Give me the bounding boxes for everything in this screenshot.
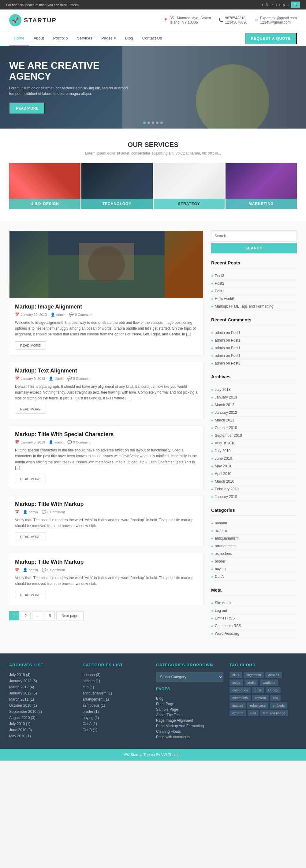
list-item[interactable]: January 2012 xyxy=(211,409,297,416)
recent-post-link[interactable]: Post3 xyxy=(215,274,224,278)
list-item[interactable]: June 2010 xyxy=(211,455,297,462)
list-item[interactable]: Entries RSS xyxy=(211,615,297,622)
recent-post-link[interactable]: Post2 xyxy=(215,281,224,285)
next-page-button[interactable]: Next page xyxy=(56,611,84,620)
tag-codex[interactable]: Codex xyxy=(266,687,281,693)
tag-8bit[interactable]: 8BIT xyxy=(230,672,242,678)
music-icon[interactable]: ♪ xyxy=(287,3,289,7)
list-item[interactable]: July 2010 (1) xyxy=(9,721,76,727)
tag-categories[interactable]: categories xyxy=(230,687,251,693)
list-item[interactable]: August 2010 xyxy=(211,439,297,447)
hero-dot-1[interactable] xyxy=(143,122,146,124)
nav-blog[interactable]: Blog xyxy=(121,31,138,45)
tag-featured-image[interactable]: featured image xyxy=(260,710,288,716)
tag-alignment[interactable]: alignment xyxy=(244,672,264,678)
list-item[interactable]: January 2013 (5) xyxy=(9,678,76,684)
list-item[interactable]: July 2018 xyxy=(211,386,297,394)
list-item[interactable]: April 2010 xyxy=(211,470,297,478)
list-item[interactable]: asmodeus xyxy=(211,550,297,558)
tag-excerpt[interactable]: excerpt xyxy=(230,710,246,716)
list-item[interactable]: October 2010 xyxy=(211,424,297,432)
hero-dot-3[interactable] xyxy=(152,122,154,124)
list-item[interactable]: Log out xyxy=(211,607,297,615)
list-item[interactable]: Sample Page xyxy=(156,707,223,712)
list-item[interactable]: WordPress.org xyxy=(211,630,297,638)
service-card-strategy[interactable]: STRATEGY xyxy=(154,163,225,209)
list-item[interactable]: arrangement xyxy=(211,542,297,550)
recent-post-link[interactable]: Hello world! xyxy=(215,297,234,301)
list-item[interactable]: Post3 xyxy=(211,272,297,280)
list-item[interactable]: Front Page xyxy=(156,701,223,707)
list-item[interactable]: asmodeus (1) xyxy=(83,703,150,709)
list-item[interactable]: October 2010 (1) xyxy=(9,703,76,709)
list-item[interactable]: Cat A (1) xyxy=(83,721,150,727)
hero-dot-2[interactable] xyxy=(148,122,150,124)
list-item[interactable]: Comments RSS xyxy=(211,622,297,630)
list-item[interactable]: Hello world! xyxy=(211,295,297,303)
categories-dropdown[interactable]: Select Category xyxy=(156,672,223,682)
list-item[interactable]: March 2011 (1) xyxy=(9,696,76,703)
logo[interactable]: 🚀 STARTUP xyxy=(9,14,57,26)
read-more-button-2[interactable]: READ MORE xyxy=(15,405,46,413)
nav-about[interactable]: About xyxy=(29,31,49,45)
tag-aside[interactable]: aside xyxy=(230,679,243,686)
nav-contact[interactable]: Contact Us xyxy=(138,31,166,45)
list-item[interactable]: buying xyxy=(211,565,297,573)
list-item[interactable]: antiquarianism xyxy=(211,535,297,542)
tag-content[interactable]: content xyxy=(252,695,269,701)
list-item[interactable]: Clearing Floats xyxy=(156,729,223,734)
list-item[interactable]: August 2010 (3) xyxy=(9,715,76,721)
list-item[interactable]: Page with comments xyxy=(156,734,223,740)
tag-dowork[interactable]: dowork xyxy=(230,703,246,709)
list-item[interactable]: broder (1) xyxy=(83,709,150,715)
list-item[interactable]: July 2010 xyxy=(211,447,297,455)
service-card-uiux[interactable]: UI/UX DESIGN xyxy=(9,163,81,209)
list-item[interactable]: March 2010 xyxy=(211,478,297,486)
list-item[interactable]: sub (1) xyxy=(83,684,150,690)
list-item[interactable]: Cat A xyxy=(211,573,297,581)
list-item[interactable]: September 2010 (2) xyxy=(9,709,76,715)
list-item[interactable]: aciform (1) xyxy=(83,678,150,684)
list-item[interactable]: March 2012 (4) xyxy=(9,684,76,690)
hero-dot-5[interactable] xyxy=(160,122,163,124)
list-item[interactable]: aaaaaa (3) xyxy=(83,672,150,678)
googleplus-icon[interactable]: G+ xyxy=(276,3,280,7)
tag-edge-case[interactable]: edge case xyxy=(247,703,268,709)
list-item[interactable]: June 2010 (3) xyxy=(9,727,76,733)
list-item[interactable]: September 2010 xyxy=(211,432,297,439)
nav-home[interactable]: Home xyxy=(9,31,29,45)
page-1-button[interactable]: 1 xyxy=(9,611,19,620)
list-item[interactable]: March 2012 xyxy=(211,401,297,409)
read-more-button-5[interactable]: READ MORE xyxy=(15,591,46,599)
list-item[interactable]: February 2010 xyxy=(211,486,297,493)
read-more-button-4[interactable]: READ MORE xyxy=(15,532,46,541)
list-item[interactable]: May 2010 (1) xyxy=(9,733,76,739)
twitter-icon[interactable]: 𝕏 xyxy=(266,3,268,7)
tag-comments[interactable]: comments xyxy=(230,695,251,701)
linkedin-icon[interactable]: in xyxy=(271,3,274,7)
list-item[interactable]: Site Admin xyxy=(211,599,297,607)
tag-captions[interactable]: captions xyxy=(260,679,278,686)
list-item[interactable]: Blog xyxy=(156,696,223,701)
list-item[interactable]: aaaaaa xyxy=(211,519,297,527)
hero-dot-4[interactable] xyxy=(156,122,158,124)
tag-chat[interactable]: chat xyxy=(252,687,264,693)
facebook-icon[interactable]: f xyxy=(262,3,263,7)
tag-fail[interactable]: Fail xyxy=(248,710,258,716)
search-input[interactable] xyxy=(211,230,297,242)
page-5-button[interactable]: 5 xyxy=(45,611,55,620)
list-item[interactable]: aciform xyxy=(211,527,297,535)
page-2-button[interactable]: 2 xyxy=(21,611,31,620)
nav-services[interactable]: Services xyxy=(72,31,97,45)
list-item[interactable]: May 2010 xyxy=(211,462,297,470)
list-item[interactable]: Post1 xyxy=(211,287,297,295)
list-item[interactable]: arrangement (1) xyxy=(83,696,150,703)
list-item[interactable]: antiquarianism (1) xyxy=(83,690,150,696)
search-button[interactable]: SEARCH xyxy=(211,243,297,253)
recent-post-link[interactable]: Markup: HTML Tags and Formatting xyxy=(215,304,273,309)
list-item[interactable]: Page Markup And Formatting xyxy=(156,723,223,729)
nav-pages[interactable]: Pages ▾ xyxy=(97,31,120,45)
list-item[interactable]: January 2012 (6) xyxy=(9,690,76,696)
list-item[interactable]: July 2018 (4) xyxy=(9,672,76,678)
list-item[interactable]: broder xyxy=(211,558,297,565)
